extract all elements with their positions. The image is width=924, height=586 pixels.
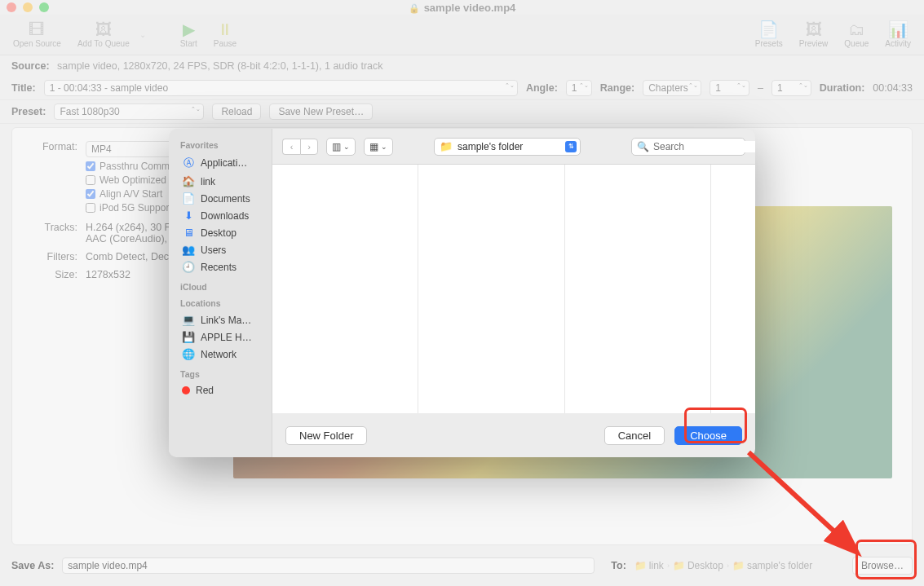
picker-column-1[interactable] <box>272 165 418 413</box>
sidebar-item-applications[interactable]: ⒶApplicati… <box>180 153 267 173</box>
sidebar-item-tag-red[interactable]: Red <box>180 382 267 399</box>
sidebar-item-desktop[interactable]: 🖥Desktop <box>180 224 267 241</box>
sidebar-item-link[interactable]: 🏠link <box>180 173 267 190</box>
globe-icon: 🌐 <box>182 348 195 360</box>
picker-toolbar: ‹ › ▥⌄ ▦⌄ 📁 sample's folder ⇅ 🔍 <box>272 129 755 165</box>
choose-button[interactable]: Choose <box>674 426 742 445</box>
picker-footer: New Folder Cancel Choose <box>272 413 755 457</box>
view-columns-button[interactable]: ▥⌄ <box>326 138 356 156</box>
picker-sidebar: Favorites ⒶApplicati… 🏠link 📄Documents ⬇… <box>169 129 272 457</box>
red-tag-icon <box>182 386 190 394</box>
picker-columns <box>272 165 755 413</box>
sidebar-item-mac[interactable]: 💻Link's Ma… <box>180 311 267 328</box>
sidebar-item-downloads[interactable]: ⬇Downloads <box>180 207 267 224</box>
app-icon: Ⓐ <box>182 156 195 170</box>
favorites-header: Favorites <box>180 140 267 150</box>
picker-column-3[interactable] <box>565 165 711 413</box>
icloud-header: iCloud <box>180 282 267 292</box>
download-icon: ⬇ <box>182 209 195 222</box>
file-picker: Favorites ⒶApplicati… 🏠link 📄Documents ⬇… <box>169 129 755 457</box>
sidebar-item-users[interactable]: 👥Users <box>180 241 267 258</box>
nav-back-button[interactable]: ‹ <box>282 139 300 155</box>
sidebar-item-documents[interactable]: 📄Documents <box>180 190 267 207</box>
view-grid-button[interactable]: ▦⌄ <box>364 138 393 156</box>
sidebar-item-network[interactable]: 🌐Network <box>180 346 267 363</box>
users-icon: 👥 <box>182 244 195 256</box>
folder-icon: 📁 <box>440 140 453 152</box>
locations-header: Locations <box>180 298 267 308</box>
columns-icon: ▥ <box>332 141 341 152</box>
new-folder-button[interactable]: New Folder <box>285 426 367 445</box>
cancel-button[interactable]: Cancel <box>604 426 665 445</box>
home-icon: 🏠 <box>182 175 195 187</box>
disk-icon: 💾 <box>182 331 195 343</box>
grid-icon: ▦ <box>369 141 378 152</box>
laptop-icon: 💻 <box>182 314 195 326</box>
nav-forward-button[interactable]: › <box>300 139 318 155</box>
search-input[interactable]: 🔍 <box>631 138 745 156</box>
chevron-updown-icon: ⇅ <box>565 141 577 152</box>
picker-column-4[interactable] <box>711 165 755 413</box>
clock-icon: 🕘 <box>182 261 195 273</box>
search-icon: 🔍 <box>637 141 649 152</box>
sidebar-item-recents[interactable]: 🕘Recents <box>180 258 267 275</box>
document-icon: 📄 <box>182 192 195 205</box>
current-folder-select[interactable]: 📁 sample's folder ⇅ <box>434 138 581 156</box>
sidebar-item-hd[interactable]: 💾APPLE H… <box>180 328 267 346</box>
picker-column-2[interactable] <box>418 165 564 413</box>
tags-header: Tags <box>180 369 267 379</box>
desktop-icon: 🖥 <box>182 227 195 239</box>
